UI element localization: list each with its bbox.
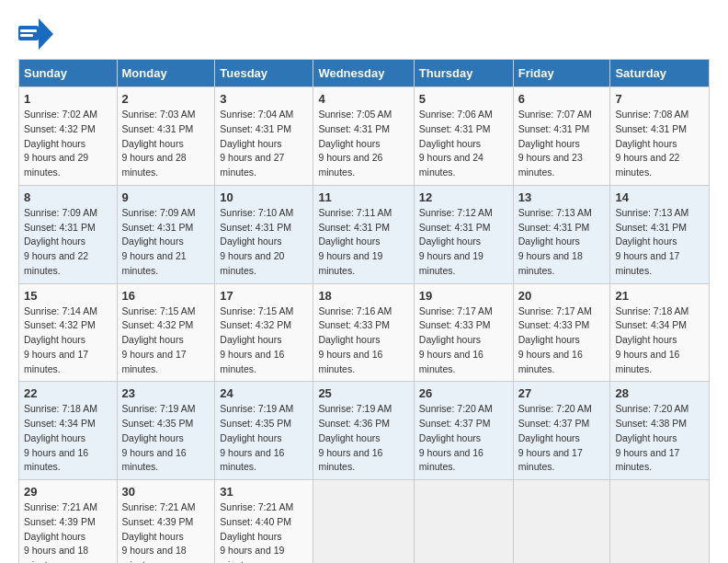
day-info: Sunrise: 7:20 AM Sunset: 4:37 PM Dayligh…: [419, 402, 508, 475]
daylight-label: Daylight hours: [615, 138, 677, 149]
day-info: Sunrise: 7:21 AM Sunset: 4:39 PM Dayligh…: [122, 500, 210, 563]
daylight-value: 9 hours and 17 minutes.: [518, 447, 583, 473]
calendar-cell: 4 Sunrise: 7:05 AM Sunset: 4:31 PM Dayli…: [313, 87, 414, 186]
day-info: Sunrise: 7:15 AM Sunset: 4:32 PM Dayligh…: [220, 304, 308, 377]
logo: [18, 18, 57, 50]
sunset-label: Sunset: 4:31 PM: [615, 123, 687, 134]
daylight-label: Daylight hours: [122, 531, 184, 542]
daylight-value: 9 hours and 16 minutes.: [24, 447, 88, 473]
day-number: 11: [318, 190, 408, 204]
sunset-label: Sunset: 4:31 PM: [122, 222, 194, 233]
sunrise-label: Sunrise: 7:05 AM: [318, 109, 392, 120]
sunset-label: Sunset: 4:37 PM: [419, 418, 491, 429]
week-row-3: 15 Sunrise: 7:14 AM Sunset: 4:32 PM Dayl…: [19, 283, 710, 382]
daylight-label: Daylight hours: [220, 432, 281, 443]
day-number: 25: [318, 386, 408, 400]
calendar-cell: 19 Sunrise: 7:17 AM Sunset: 4:33 PM Dayl…: [414, 283, 513, 382]
sunrise-label: Sunrise: 7:06 AM: [419, 109, 493, 120]
daylight-label: Daylight hours: [220, 531, 281, 542]
day-info: Sunrise: 7:13 AM Sunset: 4:31 PM Dayligh…: [615, 206, 704, 279]
sunset-label: Sunset: 4:34 PM: [615, 319, 687, 330]
day-info: Sunrise: 7:07 AM Sunset: 4:31 PM Dayligh…: [518, 108, 606, 180]
calendar-cell: 1 Sunrise: 7:02 AM Sunset: 4:32 PM Dayli…: [19, 87, 118, 186]
day-info: Sunrise: 7:20 AM Sunset: 4:37 PM Dayligh…: [518, 402, 606, 475]
sunset-label: Sunset: 4:39 PM: [24, 516, 96, 527]
svg-rect-2: [20, 29, 37, 32]
daylight-value: 9 hours and 16 minutes.: [318, 447, 382, 473]
daylight-label: Daylight hours: [615, 334, 677, 345]
daylight-label: Daylight hours: [122, 236, 184, 247]
calendar-table: SundayMondayTuesdayWednesdayThursdayFrid…: [18, 59, 710, 563]
daylight-value: 9 hours and 16 minutes.: [318, 349, 382, 374]
sunrise-label: Sunrise: 7:02 AM: [24, 109, 97, 120]
calendar-cell: 6 Sunrise: 7:07 AM Sunset: 4:31 PM Dayli…: [513, 87, 610, 186]
daylight-value: 9 hours and 18 minutes.: [24, 545, 88, 563]
day-info: Sunrise: 7:05 AM Sunset: 4:31 PM Dayligh…: [318, 108, 408, 180]
day-info: Sunrise: 7:16 AM Sunset: 4:33 PM Dayligh…: [318, 304, 408, 377]
sunrise-label: Sunrise: 7:21 AM: [24, 501, 97, 512]
calendar-cell: 5 Sunrise: 7:06 AM Sunset: 4:31 PM Dayli…: [414, 87, 513, 186]
sunrise-label: Sunrise: 7:20 AM: [419, 403, 493, 414]
week-row-5: 29 Sunrise: 7:21 AM Sunset: 4:39 PM Dayl…: [19, 480, 710, 564]
daylight-label: Daylight hours: [24, 531, 85, 542]
calendar-cell: 28 Sunrise: 7:20 AM Sunset: 4:38 PM Dayl…: [610, 382, 710, 480]
daylight-value: 9 hours and 27 minutes.: [220, 152, 284, 178]
header-thursday: Thursday: [414, 60, 513, 87]
daylight-label: Daylight hours: [122, 432, 184, 443]
daylight-label: Daylight hours: [518, 334, 580, 345]
sunrise-label: Sunrise: 7:13 AM: [615, 207, 688, 218]
daylight-value: 9 hours and 16 minutes.: [122, 447, 187, 473]
sunrise-label: Sunrise: 7:11 AM: [318, 207, 392, 218]
day-info: Sunrise: 7:19 AM Sunset: 4:35 PM Dayligh…: [122, 402, 210, 475]
sunrise-label: Sunrise: 7:17 AM: [518, 305, 592, 316]
daylight-value: 9 hours and 22 minutes.: [615, 152, 679, 178]
daylight-label: Daylight hours: [518, 432, 580, 443]
daylight-label: Daylight hours: [518, 236, 580, 247]
daylight-value: 9 hours and 22 minutes.: [24, 250, 88, 276]
daylight-value: 9 hours and 26 minutes.: [318, 152, 382, 178]
day-number: 16: [122, 289, 210, 303]
daylight-value: 9 hours and 17 minutes.: [24, 349, 88, 374]
daylight-value: 9 hours and 23 minutes.: [518, 152, 583, 178]
daylight-label: Daylight hours: [419, 334, 481, 345]
day-info: Sunrise: 7:12 AM Sunset: 4:31 PM Dayligh…: [419, 206, 508, 279]
sunset-label: Sunset: 4:32 PM: [24, 123, 96, 134]
sunset-label: Sunset: 4:39 PM: [122, 516, 194, 527]
daylight-label: Daylight hours: [318, 334, 380, 345]
daylight-label: Daylight hours: [318, 432, 380, 443]
calendar-cell: 30 Sunrise: 7:21 AM Sunset: 4:39 PM Dayl…: [117, 480, 215, 564]
sunrise-label: Sunrise: 7:09 AM: [122, 207, 196, 218]
sunset-label: Sunset: 4:36 PM: [318, 418, 390, 429]
sunrise-label: Sunrise: 7:21 AM: [220, 501, 293, 512]
sunrise-label: Sunrise: 7:18 AM: [615, 305, 688, 316]
sunset-label: Sunset: 4:33 PM: [518, 319, 590, 330]
daylight-label: Daylight hours: [318, 138, 380, 149]
calendar-cell: 31 Sunrise: 7:21 AM Sunset: 4:40 PM Dayl…: [215, 480, 313, 564]
calendar-cell: 23 Sunrise: 7:19 AM Sunset: 4:35 PM Dayl…: [117, 382, 215, 480]
sunrise-label: Sunrise: 7:21 AM: [122, 501, 196, 512]
daylight-value: 9 hours and 17 minutes.: [122, 349, 187, 374]
svg-rect-3: [20, 34, 33, 37]
sunset-label: Sunset: 4:35 PM: [220, 418, 291, 429]
day-number: 17: [220, 289, 308, 303]
sunrise-label: Sunrise: 7:07 AM: [518, 109, 592, 120]
day-number: 12: [419, 190, 508, 204]
calendar-cell: 9 Sunrise: 7:09 AM Sunset: 4:31 PM Dayli…: [117, 185, 215, 283]
daylight-value: 9 hours and 28 minutes.: [122, 152, 187, 178]
sunrise-label: Sunrise: 7:09 AM: [24, 207, 97, 218]
daylight-value: 9 hours and 17 minutes.: [615, 250, 679, 276]
day-number: 13: [518, 190, 606, 204]
header-tuesday: Tuesday: [215, 60, 313, 87]
daylight-value: 9 hours and 18 minutes.: [518, 250, 583, 276]
day-info: Sunrise: 7:19 AM Sunset: 4:36 PM Dayligh…: [318, 402, 408, 475]
day-number: 30: [122, 485, 210, 499]
sunrise-label: Sunrise: 7:13 AM: [518, 207, 592, 218]
daylight-label: Daylight hours: [220, 236, 281, 247]
sunset-label: Sunset: 4:32 PM: [122, 319, 194, 330]
daylight-value: 9 hours and 17 minutes.: [615, 447, 679, 473]
sunset-label: Sunset: 4:31 PM: [518, 222, 590, 233]
daylight-label: Daylight hours: [220, 138, 281, 149]
daylight-label: Daylight hours: [24, 138, 85, 149]
calendar-cell: [610, 480, 710, 564]
day-info: Sunrise: 7:20 AM Sunset: 4:38 PM Dayligh…: [615, 402, 704, 475]
